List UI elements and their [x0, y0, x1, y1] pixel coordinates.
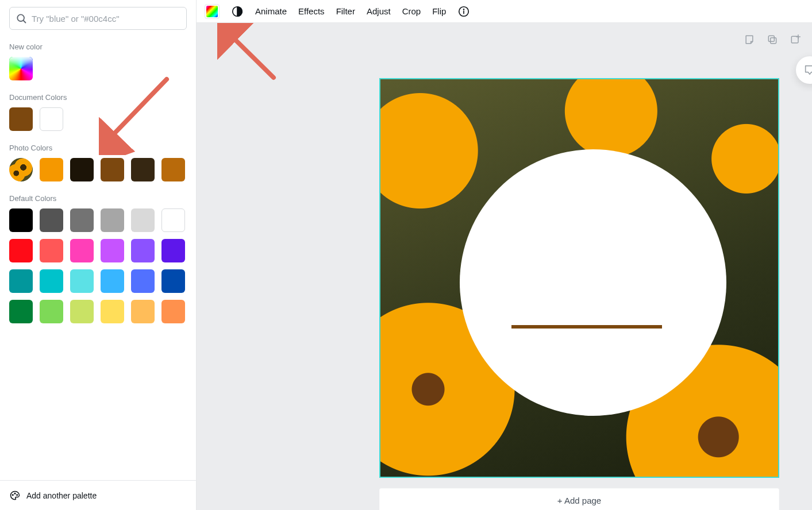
svg-point-4 — [17, 494, 18, 495]
svg-point-3 — [14, 493, 16, 494]
color-panel: New color Document Colors Photo Colors D… — [0, 0, 197, 510]
default-color-swatch[interactable] — [101, 208, 124, 232]
default-color-swatch[interactable] — [131, 239, 155, 262]
svg-point-9 — [464, 9, 464, 9]
photo-color-swatch[interactable] — [161, 158, 185, 181]
default-color-swatch[interactable] — [70, 300, 94, 323]
default-color-swatch[interactable] — [161, 208, 185, 232]
white-circle-element[interactable] — [460, 149, 726, 416]
svg-rect-11 — [771, 38, 776, 44]
svg-rect-13 — [791, 36, 798, 43]
canvas-area[interactable]: + Add page — [197, 23, 812, 510]
default-color-swatch[interactable] — [101, 300, 124, 323]
default-color-swatch[interactable] — [101, 239, 124, 262]
default-color-swatch[interactable] — [40, 239, 63, 262]
duplicate-page-button[interactable] — [766, 33, 779, 46]
add-page-button[interactable]: + Add page — [379, 488, 779, 510]
default-color-swatch[interactable] — [9, 300, 33, 323]
add-page-label: + Add page — [557, 496, 601, 505]
comment-icon — [803, 64, 812, 76]
default-color-swatch[interactable] — [40, 300, 63, 323]
svg-rect-12 — [768, 36, 774, 41]
section-default-colors: Default Colors — [9, 194, 187, 203]
default-color-swatch[interactable] — [131, 208, 155, 232]
notes-icon-button[interactable] — [743, 33, 756, 46]
info-button[interactable] — [457, 5, 470, 18]
filter-button[interactable]: Filter — [336, 6, 355, 16]
add-palette-label: Add another palette — [26, 491, 97, 500]
search-icon — [16, 13, 27, 24]
crop-button[interactable]: Crop — [402, 6, 421, 16]
color-search-input[interactable] — [32, 14, 180, 24]
document-color-swatch[interactable] — [9, 107, 33, 131]
page-actions — [743, 33, 802, 46]
default-color-swatch[interactable] — [131, 269, 155, 293]
photo-source-swatch[interactable] — [9, 158, 33, 181]
photo-color-swatch[interactable] — [131, 158, 155, 181]
transparency-button[interactable] — [231, 5, 244, 18]
effects-button[interactable]: Effects — [298, 6, 325, 16]
default-color-swatch[interactable] — [40, 208, 63, 232]
svg-line-10 — [226, 31, 274, 78]
svg-line-1 — [24, 21, 26, 23]
default-color-swatch[interactable] — [70, 208, 94, 232]
color-search[interactable] — [9, 7, 187, 30]
copy-icon — [767, 34, 778, 45]
add-page-icon-button[interactable] — [789, 33, 802, 46]
design-page[interactable] — [379, 78, 779, 478]
default-color-swatch[interactable] — [131, 300, 155, 323]
default-color-swatch[interactable] — [9, 208, 33, 232]
photo-color-swatch[interactable] — [101, 158, 124, 181]
default-color-swatch[interactable] — [9, 269, 33, 293]
adjust-button[interactable]: Adjust — [367, 6, 391, 16]
brown-line-element[interactable] — [511, 325, 662, 329]
default-color-swatch[interactable] — [70, 239, 94, 262]
new-color-swatch[interactable] — [9, 57, 33, 80]
palette-plus-icon — [9, 490, 21, 501]
comment-button[interactable] — [796, 56, 812, 84]
annotation-arrow-colorbtn — [217, 23, 280, 86]
default-color-swatch[interactable] — [161, 239, 185, 262]
default-color-swatch[interactable] — [161, 300, 185, 323]
svg-point-2 — [12, 494, 13, 495]
circle-half-icon — [231, 5, 244, 18]
info-icon — [457, 5, 470, 18]
section-photo-colors: Photo Colors — [9, 144, 187, 152]
photo-color-swatch[interactable] — [70, 158, 94, 181]
animate-button[interactable]: Animate — [255, 6, 287, 16]
note-icon — [744, 34, 755, 45]
section-new-color: New color — [9, 42, 187, 51]
default-color-swatch[interactable] — [161, 269, 185, 293]
default-color-swatch[interactable] — [9, 239, 33, 262]
default-color-swatch[interactable] — [101, 269, 124, 293]
color-button[interactable] — [205, 4, 220, 19]
flip-button[interactable]: Flip — [432, 6, 446, 16]
default-color-swatch[interactable] — [40, 269, 63, 293]
section-document-colors: Document Colors — [9, 93, 187, 102]
default-color-swatch[interactable] — [70, 269, 94, 293]
add-palette-button[interactable]: Add another palette — [0, 480, 196, 510]
document-color-swatch[interactable] — [40, 107, 63, 131]
upload-icon — [790, 34, 801, 45]
photo-color-swatch[interactable] — [40, 158, 63, 181]
top-toolbar: Animate Effects Filter Adjust Crop Flip — [197, 0, 812, 23]
